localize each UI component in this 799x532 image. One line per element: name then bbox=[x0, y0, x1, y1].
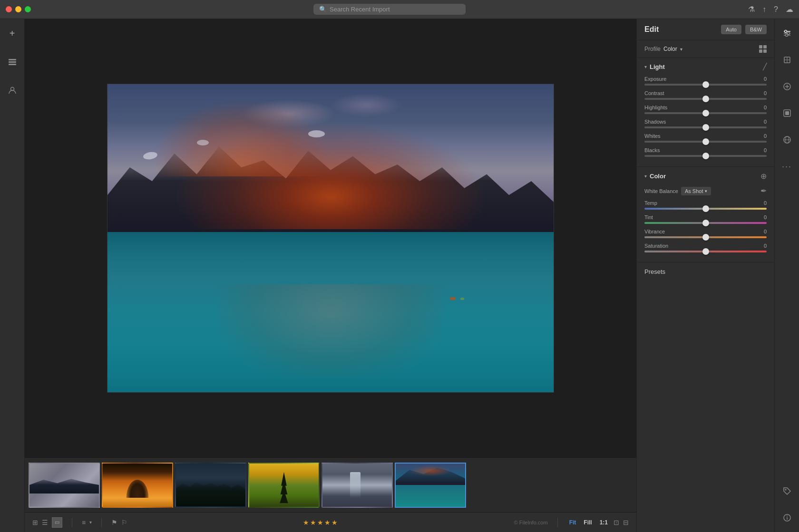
main-layout: + bbox=[0, 19, 799, 532]
info-icon[interactable] bbox=[779, 509, 796, 526]
more-options-icon[interactable]: ··· bbox=[779, 158, 796, 175]
light-curve-icon[interactable]: ╱ bbox=[763, 63, 767, 70]
temp-value: 0 bbox=[764, 200, 767, 206]
svg-point-9 bbox=[785, 34, 788, 37]
filmstrip-thumb-5[interactable] bbox=[322, 463, 393, 508]
separator-1 bbox=[72, 518, 72, 527]
sort-icons: ≡ ▾ bbox=[82, 519, 92, 526]
cloud-icon[interactable]: ☁ bbox=[786, 5, 793, 14]
adjustments-icon[interactable] bbox=[779, 25, 796, 42]
filmstrip-thumb-4[interactable] bbox=[248, 463, 320, 508]
presets-label[interactable]: Presets bbox=[644, 268, 665, 275]
exposure-track bbox=[644, 84, 767, 86]
blacks-thumb[interactable] bbox=[702, 153, 709, 159]
library-icon[interactable] bbox=[4, 53, 21, 70]
contrast-label: Contrast bbox=[644, 90, 664, 96]
close-button[interactable] bbox=[6, 6, 12, 12]
whites-slider-row: Whites 0 bbox=[644, 133, 767, 143]
star-rating[interactable]: ★★★★★ bbox=[303, 519, 339, 526]
presets-footer: Presets bbox=[637, 262, 774, 281]
contrast-thumb[interactable] bbox=[702, 96, 709, 102]
color-section: ▾ Color ⊕ White Balance As Shot ▾ ✒ Temp… bbox=[637, 167, 774, 262]
grid-view-icon[interactable]: ⊞ bbox=[32, 519, 38, 526]
sort-icon[interactable]: ≡ bbox=[82, 519, 86, 526]
flag-icon[interactable]: ⚑ bbox=[111, 519, 117, 526]
edit-title: Edit bbox=[644, 25, 717, 34]
list-view-icon[interactable]: ☰ bbox=[42, 519, 48, 526]
shadows-thumb[interactable] bbox=[702, 124, 709, 131]
profile-dropdown-icon[interactable]: ▾ bbox=[680, 47, 682, 52]
saturation-thumb[interactable] bbox=[702, 248, 709, 255]
sort-dropdown-icon[interactable]: ▾ bbox=[89, 520, 92, 525]
copyright-text: © FileInfo.com bbox=[514, 520, 548, 525]
maximize-button[interactable] bbox=[25, 6, 31, 12]
contrast-value: 0 bbox=[764, 90, 767, 96]
temp-thumb[interactable] bbox=[702, 205, 709, 212]
help-icon[interactable]: ? bbox=[774, 5, 778, 14]
filmstrip-thumb-6[interactable] bbox=[395, 463, 466, 508]
one-one-button[interactable]: 1:1 bbox=[598, 518, 610, 527]
filmstrip-thumb-2[interactable] bbox=[102, 463, 173, 508]
vibrance-track bbox=[644, 236, 767, 238]
titlebar-right: ⚗ ↑ ? ☁ bbox=[748, 5, 793, 14]
add-photos-icon[interactable]: + bbox=[4, 25, 21, 42]
vibrance-thumb[interactable] bbox=[702, 234, 709, 241]
search-wrap: 🔍 bbox=[313, 4, 466, 15]
auto-button[interactable]: Auto bbox=[721, 25, 741, 34]
share-icon[interactable]: ↑ bbox=[762, 5, 766, 14]
filter-icon[interactable]: ⚗ bbox=[748, 5, 755, 14]
whites-value: 0 bbox=[764, 133, 767, 139]
flag-icons: ⚑ ⚐ bbox=[111, 519, 127, 526]
healing-icon[interactable] bbox=[779, 78, 796, 95]
saturation-slider-row: Saturation 0 bbox=[644, 243, 767, 252]
image-view bbox=[25, 19, 636, 457]
people-icon[interactable] bbox=[4, 82, 21, 99]
highlights-slider-row: Highlights 0 bbox=[644, 105, 767, 114]
vibrance-value: 0 bbox=[764, 229, 767, 234]
traffic-lights bbox=[6, 6, 31, 12]
color-wheel-icon[interactable]: ⊕ bbox=[760, 172, 767, 181]
crop-transform-icon[interactable] bbox=[779, 51, 796, 68]
highlights-thumb[interactable] bbox=[702, 110, 709, 116]
search-icon: 🔍 bbox=[319, 6, 327, 13]
exposure-value: 0 bbox=[764, 76, 767, 82]
flag2-icon[interactable]: ⚐ bbox=[121, 519, 127, 526]
tint-thumb[interactable] bbox=[702, 220, 709, 226]
masking-icon[interactable] bbox=[779, 105, 796, 122]
whites-thumb[interactable] bbox=[702, 138, 709, 145]
right-panel: Edit Auto B&W Profile Color ▾ ▾ Light ╱ … bbox=[636, 19, 774, 532]
bw-button[interactable]: B&W bbox=[745, 25, 767, 34]
filmstrip-thumb-3[interactable] bbox=[175, 463, 246, 508]
search-input[interactable] bbox=[330, 6, 460, 13]
light-collapse-icon[interactable]: ▾ bbox=[644, 64, 647, 69]
filmstrip-thumb-1[interactable] bbox=[29, 463, 100, 508]
stars-center: ★★★★★ bbox=[135, 519, 506, 526]
main-image bbox=[107, 84, 554, 393]
tag-icon[interactable] bbox=[779, 483, 796, 500]
profile-grid-icon[interactable] bbox=[759, 45, 767, 53]
whites-label: Whites bbox=[644, 133, 661, 139]
white-balance-dropdown[interactable]: As Shot ▾ bbox=[681, 187, 711, 195]
color-collapse-icon[interactable]: ▾ bbox=[644, 174, 647, 179]
single-view-icon[interactable]: ▭ bbox=[52, 517, 62, 528]
eyedropper-icon[interactable]: ✒ bbox=[760, 186, 767, 195]
exposure-thumb[interactable] bbox=[702, 81, 709, 88]
fit-button[interactable]: Fit bbox=[567, 518, 578, 527]
split-icon[interactable]: ⊟ bbox=[623, 519, 629, 526]
highlights-value: 0 bbox=[764, 105, 767, 110]
globe-icon[interactable] bbox=[779, 131, 796, 148]
shadows-track bbox=[644, 126, 767, 128]
blacks-label: Blacks bbox=[644, 147, 660, 153]
svg-point-7 bbox=[784, 30, 787, 33]
fill-button[interactable]: Fill bbox=[582, 518, 594, 527]
highlights-track bbox=[644, 112, 767, 114]
white-balance-label: White Balance bbox=[644, 188, 678, 194]
separator-2 bbox=[101, 518, 102, 527]
right-sidebar: ··· bbox=[774, 19, 799, 532]
contrast-track bbox=[644, 98, 767, 100]
saturation-track bbox=[644, 251, 767, 252]
minimize-button[interactable] bbox=[15, 6, 21, 12]
compare-icon[interactable]: ⊡ bbox=[614, 519, 619, 526]
tint-track bbox=[644, 222, 767, 224]
svg-rect-0 bbox=[9, 59, 16, 60]
